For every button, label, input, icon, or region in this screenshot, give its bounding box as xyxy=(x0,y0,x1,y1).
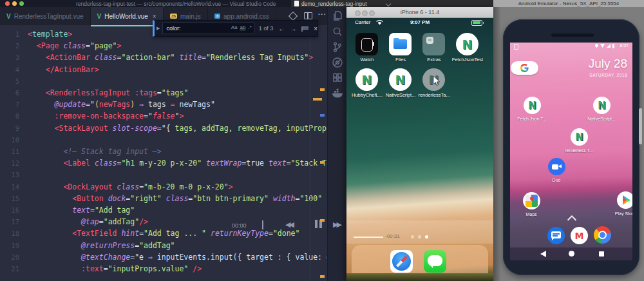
split-editor-button[interactable] xyxy=(304,12,312,19)
regex-icon[interactable]: .* xyxy=(248,24,251,30)
code-line: 14 <DockLayout class="m-b-20 m-0 p-x-20"… xyxy=(0,181,327,193)
phone-speaker xyxy=(551,34,594,37)
code-text: <RenderlessTagInput :tags="tags" xyxy=(28,87,188,99)
code-line: 21 :text="inputProps.value" /> xyxy=(0,263,327,275)
player-scrubber-handle[interactable] xyxy=(262,220,263,229)
overview-ruler-mark xyxy=(313,98,322,101)
app-icon-hubbychefl[interactable]: N xyxy=(355,68,378,91)
activity-item-search[interactable] xyxy=(332,26,343,37)
code-line: 10 xyxy=(0,134,327,146)
home-button[interactable] xyxy=(569,251,574,257)
activity-item-source-control[interactable] xyxy=(332,41,343,53)
app-label-play-store: Play Store xyxy=(606,211,632,216)
page-dot xyxy=(418,235,421,238)
line-number: 13 xyxy=(0,169,28,180)
js-file-icon: JS xyxy=(170,14,177,19)
close-window-button[interactable] xyxy=(5,1,10,6)
code-text: <Label class="h1 m-y-20 p-x-20" textWrap… xyxy=(28,157,327,169)
find-in-selection-icon[interactable] xyxy=(301,26,308,32)
battery-icon xyxy=(612,44,615,48)
find-input[interactable]: color: Aa ab .* xyxy=(162,23,254,34)
find-match-count: 1 of 3 xyxy=(259,25,274,32)
code-text: @returnPress="addTag" xyxy=(28,240,175,251)
find-close-button[interactable]: × xyxy=(314,25,317,32)
split-editor-icon xyxy=(304,12,312,19)
match-case-icon[interactable]: Aa xyxy=(231,24,238,30)
tab-label: app.android.css xyxy=(223,13,269,20)
maximize-window-button[interactable] xyxy=(19,1,24,6)
app-label-duo: Duo xyxy=(537,178,576,182)
line-number: 16 xyxy=(0,204,28,216)
tab-renderlesstaginput-vue[interactable]: VRenderlessTagInput.vue xyxy=(0,7,91,25)
code-line: 19 @returnPress="addTag" xyxy=(0,240,327,251)
player-progress-bar[interactable] xyxy=(354,237,383,238)
find-next-button[interactable]: → xyxy=(290,25,296,32)
code-text: text="Add tag" xyxy=(28,204,135,216)
overview-ruler-mark xyxy=(320,88,325,91)
code-line: 5 xyxy=(0,75,327,87)
activity-item-explorer[interactable] xyxy=(332,10,343,22)
activity-item-docker[interactable] xyxy=(332,88,343,99)
tab-label: main.js xyxy=(180,13,201,20)
iphone-window-titlebar[interactable]: iPhone 6 - 11.4 xyxy=(346,7,493,18)
code-text: <ActionBar class="action-bar" title="Ren… xyxy=(28,52,313,63)
code-line: 18 <TextField hint="Add tag ... " return… xyxy=(0,228,327,239)
code-line: 6 <RenderlessTagInput :tags="tags" xyxy=(0,87,327,99)
line-number: 15 xyxy=(0,193,28,204)
recents-button[interactable] xyxy=(599,251,604,257)
app-icon-fetchjsontest[interactable]: N xyxy=(456,33,478,55)
whole-word-icon[interactable]: ab xyxy=(240,24,246,30)
app-label-fetchjsontest: FetchJsonTest xyxy=(447,57,488,63)
code-text: <!— Stack tag input —> xyxy=(28,146,162,157)
code-text: :remove-on-backspace="false"> xyxy=(28,110,184,122)
fast-forward-button[interactable]: ▶▶ xyxy=(333,220,340,229)
iphone-screen: Carrier 9:07 PM WatchFilesExtrasNFetchJs… xyxy=(346,18,493,281)
google-search-pill[interactable] xyxy=(511,61,538,75)
app-label-nativescript: NativeScript... xyxy=(582,117,621,121)
find-previous-button[interactable]: ← xyxy=(278,25,285,32)
tab-close-button[interactable]: × xyxy=(153,13,156,20)
vscode-titlebar: renderless-tag-input-test — src/componen… xyxy=(0,0,291,7)
code-line: 17 @tap="addTag"/> xyxy=(0,216,327,228)
code-line: 13 xyxy=(0,169,327,180)
app-icon-nativescript[interactable]: N xyxy=(389,68,412,91)
code-line: 16 text="Add tag" xyxy=(0,204,327,216)
activity-bar xyxy=(327,7,347,281)
android-clock: 8:07 xyxy=(620,43,629,48)
css-file-icon: 3 xyxy=(214,14,220,19)
activity-item-debug[interactable] xyxy=(332,57,343,68)
line-number: 14 xyxy=(0,181,28,193)
code-text: <DockLayout class="m-b-20 m-0 p-x-20"> xyxy=(28,181,233,193)
code-text: @textChange="e ⇒ inputEvents.input({ tar… xyxy=(28,251,327,263)
code-text: :text="inputProps.value" /> xyxy=(28,263,202,275)
code-text: <template> xyxy=(28,28,72,40)
iphone-simulator-window: iPhone 6 - 11.4 Carrier 9:07 PM WatchFil… xyxy=(346,7,493,281)
line-number: 5 xyxy=(0,75,28,87)
overview-ruler-mark xyxy=(320,275,325,278)
code-line: 4 </ActionBar> xyxy=(0,64,327,75)
code-line: 3 <ActionBar class="action-bar" title="R… xyxy=(0,52,327,63)
open-changes-button[interactable] xyxy=(290,12,296,19)
line-number: 2 xyxy=(0,40,28,52)
notification-icon xyxy=(514,44,518,50)
back-button[interactable] xyxy=(540,251,546,257)
find-collapse-arrow-icon[interactable]: ▶ xyxy=(156,26,160,31)
rewind-button[interactable]: ◀◀ xyxy=(285,220,292,229)
screenshot-root: renderless-tag-input-test — src/componen… xyxy=(0,0,644,281)
page-dot xyxy=(411,235,414,238)
code-editor[interactable]: 1<template>2 <Page class="page">3 <Actio… xyxy=(0,28,327,281)
iphone-window-title: iPhone 6 - 11.4 xyxy=(346,9,493,15)
android-emulator-titlebar[interactable]: Android Emulator - Nexus_5X_API_25:5554 xyxy=(493,0,644,7)
gif-player-titlebar[interactable]: demo_renderless-tag-input xyxy=(291,0,493,7)
line-number: 18 xyxy=(0,228,28,239)
code-text: <StackLayout slot-scope="{ tags, addTag,… xyxy=(28,122,327,134)
pause-icon xyxy=(315,220,317,228)
minimize-window-button[interactable] xyxy=(12,1,17,6)
app-label-renderlessta: renderlessTa... xyxy=(413,92,455,98)
code-line: 9 <StackLayout slot-scope="{ tags, addTa… xyxy=(0,122,327,134)
more-actions-button[interactable]: ··· xyxy=(318,12,327,17)
activity-item-extensions[interactable] xyxy=(332,72,343,84)
ellipsis-icon: ··· xyxy=(318,12,327,17)
vue-file-icon: V xyxy=(6,13,11,20)
app-drawer-chevron-icon[interactable] xyxy=(567,215,576,224)
